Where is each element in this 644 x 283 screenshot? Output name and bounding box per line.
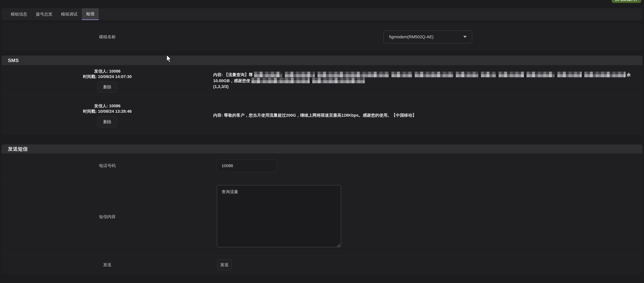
delete-sms-button[interactable]: 删除 bbox=[98, 82, 117, 93]
redacted-mosaic bbox=[392, 72, 412, 77]
timestamp-label: 时间戳: bbox=[83, 74, 97, 79]
tab-sms[interactable]: 短信 bbox=[82, 8, 99, 20]
module-name-selected-value: 5gmodem(RM502Q-AE) bbox=[389, 34, 434, 39]
redacted-mosaic bbox=[252, 78, 310, 83]
delete-sms-button[interactable]: 删除 bbox=[98, 116, 117, 127]
sms-message-content: 内容: 【流量查询】尊 余 10.00GB，感谢您使 (1,2,3/3) bbox=[213, 65, 642, 96]
tab-module-debug[interactable]: 模组调试 bbox=[57, 8, 82, 20]
timestamp-label: 时间戳: bbox=[83, 109, 97, 114]
tab-module-info[interactable]: 模组信息 bbox=[6, 8, 32, 20]
sms-card: SMS 发信人: 10086 时间戳: 10/09/24 14:07:30 删除… bbox=[2, 55, 642, 135]
sms-content-text: 内容: 尊敬的客户，您当月使用流量超过200G，继续上网将限速至最高128Kbp… bbox=[213, 112, 632, 118]
sms-timestamp: 时间戳: 10/09/24 14:07:30 bbox=[83, 74, 132, 79]
send-label: 发送 bbox=[2, 256, 213, 274]
sender-value: 10086 bbox=[109, 69, 120, 73]
sender-label: 发信人: bbox=[94, 103, 108, 108]
sms-sender: 发信人: 10086 bbox=[94, 103, 121, 109]
redacted-mosaic bbox=[557, 72, 582, 77]
auto-refresh-button[interactable]: 自动刷新:开 bbox=[612, 0, 641, 3]
redacted-mosaic bbox=[415, 72, 453, 77]
module-name-select[interactable]: 5gmodem(RM502Q-AE) bbox=[384, 30, 472, 43]
tab-bar: 模组信息 拨号总览 模组调试 短信 bbox=[2, 8, 642, 20]
sms-timestamp: 时间戳: 10/08/24 13:28:46 bbox=[83, 109, 132, 114]
redacted-mosaic bbox=[498, 72, 524, 77]
sms-sender: 发信人: 10086 bbox=[94, 68, 121, 74]
phone-number-input[interactable] bbox=[217, 159, 277, 172]
sms-content-text: 内容: 【流量查询】尊 bbox=[213, 72, 253, 77]
sms-content-text: 10.00GB，感谢您使 bbox=[213, 78, 250, 83]
send-sms-button[interactable]: 发送 bbox=[217, 259, 232, 271]
phone-number-row: 电话号码 bbox=[2, 153, 642, 178]
send-sms-card: 发送短信 电话号码 短信内容 查询流量 发送 发送 bbox=[2, 144, 642, 274]
phone-number-label: 电话号码 bbox=[2, 153, 213, 178]
module-name-card: 模组名称 5gmodem(RM502Q-AE) bbox=[2, 23, 642, 51]
sender-value: 10086 bbox=[109, 103, 120, 108]
send-sms-section-title: 发送短信 bbox=[2, 144, 642, 153]
sms-message-row: 发信人: 10086 时间戳: 10/08/24 13:28:46 删除 内容:… bbox=[2, 96, 642, 135]
timestamp-value: 10/09/24 14:07:30 bbox=[98, 74, 132, 79]
redacted-mosaic bbox=[481, 72, 496, 77]
chevron-down-icon bbox=[463, 36, 467, 38]
sms-content-text: (1,2,3/3) bbox=[213, 84, 228, 89]
sms-content-textarea[interactable]: 查询流量 bbox=[217, 185, 341, 247]
sender-label: 发信人: bbox=[94, 69, 108, 73]
sms-content-text: 余 bbox=[627, 72, 631, 77]
sms-content-row: 短信内容 查询流量 bbox=[2, 178, 642, 255]
redacted-mosaic bbox=[584, 72, 626, 77]
timestamp-value: 10/08/24 13:28:46 bbox=[98, 109, 132, 114]
tab-dial-overview[interactable]: 拨号总览 bbox=[32, 8, 57, 20]
sms-message-content: 内容: 尊敬的客户，您当月使用流量超过200G，继续上网将限速至最高128Kbp… bbox=[213, 96, 642, 135]
redacted-mosaic bbox=[254, 72, 282, 77]
sms-section-title: SMS bbox=[2, 55, 642, 65]
redacted-mosaic bbox=[456, 72, 478, 77]
sms-message-row: 发信人: 10086 时间戳: 10/09/24 14:07:30 删除 内容:… bbox=[2, 65, 642, 96]
redacted-mosaic bbox=[526, 72, 555, 77]
send-row: 发送 发送 bbox=[2, 255, 642, 274]
redacted-mosaic bbox=[285, 72, 315, 77]
redacted-mosaic bbox=[318, 72, 389, 77]
module-name-label: 模组名称 bbox=[2, 23, 213, 51]
redacted-mosaic bbox=[312, 78, 365, 83]
sms-content-label: 短信内容 bbox=[2, 178, 213, 255]
